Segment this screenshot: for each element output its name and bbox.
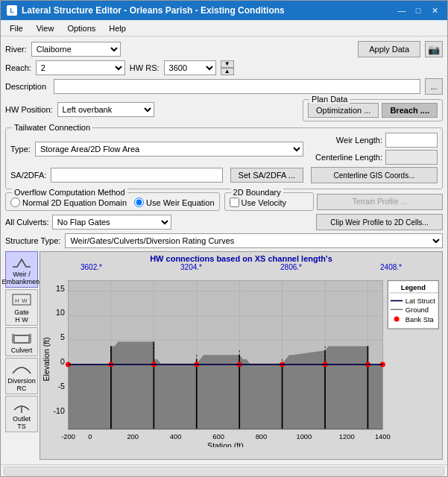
culverts-label: All Culverts:: [5, 218, 49, 227]
optimization-button[interactable]: Optimization ...: [308, 103, 379, 118]
overflow-boundary-group: Overflow Computation Method Normal 2D Eq…: [5, 192, 314, 211]
window-controls: — □ ✕: [395, 4, 441, 16]
menu-help[interactable]: Help: [103, 22, 132, 34]
terrain-profile-button[interactable]: Terrain Profile ...: [317, 194, 443, 210]
close-button[interactable]: ✕: [428, 4, 441, 16]
top-label-1: 3204.*: [180, 263, 202, 271]
svg-text:-10: -10: [54, 406, 65, 415]
menu-options[interactable]: Options: [61, 22, 101, 34]
hw-rs-label: HW RS:: [130, 63, 160, 72]
river-select[interactable]: Claiborne: [31, 42, 121, 57]
top-label-2: 2806.*: [280, 263, 302, 271]
structure-type-label: Structure Type:: [5, 236, 60, 245]
normal-2d-radio[interactable]: [10, 198, 20, 207]
svg-text:400: 400: [170, 433, 182, 440]
sidebar-diversion-label: DiversionRC: [7, 377, 36, 392]
svg-text:600: 600: [212, 433, 224, 440]
sidebar-diversion-item[interactable]: DiversionRC: [5, 358, 38, 394]
overflow-title: Overflow Computation Method: [12, 188, 127, 197]
title-bar: L Lateral Structure Editor - Orleans Par…: [1, 1, 447, 20]
svg-text:1000: 1000: [296, 433, 312, 440]
svg-text:10: 10: [56, 308, 65, 317]
svg-text:Elevation (ft): Elevation (ft): [42, 337, 51, 381]
sidebar-outlet-item[interactable]: OutletTS: [5, 396, 38, 432]
diversion-icon: [11, 360, 32, 376]
camera-icon-button[interactable]: 📷: [425, 41, 443, 57]
hw-rs-select[interactable]: 3600: [164, 60, 216, 75]
menu-file[interactable]: File: [4, 22, 29, 34]
tailwater-type-select[interactable]: Storage Area/2D Flow Area: [35, 142, 303, 157]
description-expand-button[interactable]: ...: [425, 78, 443, 95]
svg-rect-3: [13, 335, 30, 343]
minimize-button[interactable]: —: [395, 4, 408, 16]
menu-view[interactable]: View: [31, 22, 60, 34]
horizontal-scrollbar[interactable]: [4, 467, 444, 476]
use-velocity-checkbox-item: Use Velocity: [230, 196, 309, 207]
chart-title: HW connections based on XS channel lengt…: [40, 252, 442, 263]
svg-text:200: 200: [127, 433, 139, 440]
content-area: River: Claiborne Apply Data 📷 Reach: 2 H…: [1, 37, 447, 464]
svg-text:800: 800: [256, 433, 268, 440]
use-weir-radio-item: Use Weir Equation: [134, 198, 215, 207]
breach-button[interactable]: Breach ....: [382, 103, 438, 118]
hw-position-label: HW Position:: [5, 105, 53, 114]
svg-text:Ground: Ground: [406, 306, 429, 314]
tailwater-title: Tailwater Connection: [12, 123, 92, 132]
sidebar-gate-label: GateH W: [14, 309, 29, 323]
sa2dfa-input[interactable]: Storage Area: St Charles SA: [51, 168, 222, 183]
apply-data-button[interactable]: Apply Data: [358, 41, 420, 57]
boundary-title: 2D Boundary: [231, 188, 283, 197]
use-weir-radio[interactable]: [134, 198, 144, 207]
reach-row: Reach: 2 HW RS: 3600 ▼ ▲: [5, 60, 443, 75]
normal-2d-label: Normal 2D Equation Domain: [22, 198, 127, 207]
app-icon: L: [7, 5, 17, 16]
use-velocity-checkbox[interactable]: [230, 198, 239, 207]
menu-bar: File View Options Help: [1, 20, 447, 37]
overflow-radios: Normal 2D Equation Domain Use Weir Equat…: [10, 196, 215, 207]
structure-type-select[interactable]: Weir/Gates/Culverts/Diversion Rating Cur…: [65, 233, 443, 248]
structure-type-row: Structure Type: Weir/Gates/Culverts/Dive…: [5, 233, 443, 248]
svg-text:1400: 1400: [375, 433, 391, 440]
river-row: River: Claiborne Apply Data 📷: [5, 41, 443, 57]
chart-top-labels: 3602.* 3204.* 2806.* 2408.*: [40, 263, 442, 271]
boundary-group: 2D Boundary Use Velocity: [224, 192, 314, 211]
hw-rs-down-button[interactable]: ▼: [221, 60, 234, 68]
description-row: Description ...: [5, 78, 443, 95]
svg-text:Bank Sta: Bank Sta: [406, 316, 435, 323]
plan-data-group: Plan Data Optimization ... Breach ....: [303, 99, 443, 121]
culverts-row: All Culverts: No Flap Gates Clip Weir Pr…: [5, 214, 443, 230]
hw-position-row: HW Position: Left overbank Plan Data Opt…: [5, 98, 443, 121]
maximize-button[interactable]: □: [411, 4, 425, 16]
window-title: Lateral Structure Editor - Orleans Paris…: [22, 5, 285, 16]
sidebar-gate-item[interactable]: H W GateH W: [5, 289, 38, 326]
hw-rs-up-button[interactable]: ▲: [221, 68, 234, 75]
svg-text:-200: -200: [61, 433, 75, 440]
centerline-length-input: n/a: [385, 150, 438, 165]
reach-label: Reach:: [5, 63, 31, 72]
sidebar-culvert-item[interactable]: Culvert: [5, 327, 38, 356]
outlet-icon: [11, 398, 32, 414]
gate-icon: H W: [11, 291, 32, 308]
clip-weir-button[interactable]: Clip Weir Profile to 2D Cells...: [316, 214, 443, 230]
set-sa-button[interactable]: Set SA/2DFA ...: [230, 168, 303, 183]
sidebar-icons: Weir /Embankment H W GateH W: [5, 251, 38, 460]
sidebar-weir-item[interactable]: Weir /Embankment: [5, 251, 38, 288]
svg-text:1200: 1200: [339, 433, 355, 440]
svg-text:Legend: Legend: [401, 284, 426, 291]
reach-select[interactable]: 2: [36, 60, 125, 75]
svg-text:0: 0: [60, 357, 65, 366]
hw-position-select[interactable]: Left overbank: [57, 102, 154, 117]
description-input[interactable]: [54, 79, 420, 94]
centerline-gis-button[interactable]: Centerline GIS Coords...: [311, 167, 438, 183]
svg-text:5: 5: [60, 332, 65, 341]
centerline-length-label: Centerline Length:: [315, 153, 382, 162]
sidebar-outlet-label: OutletTS: [13, 415, 31, 430]
svg-text:0: 0: [88, 433, 92, 440]
plan-data-buttons: Optimization ... Breach ....: [308, 101, 438, 118]
culverts-select[interactable]: No Flap Gates: [52, 215, 171, 230]
weir-length-input[interactable]: 1200.00: [385, 133, 438, 148]
tailwater-type-label: Type:: [10, 145, 31, 154]
svg-text:H: H: [15, 297, 19, 304]
description-label: Description: [5, 82, 46, 91]
svg-rect-4: [12, 334, 15, 343]
